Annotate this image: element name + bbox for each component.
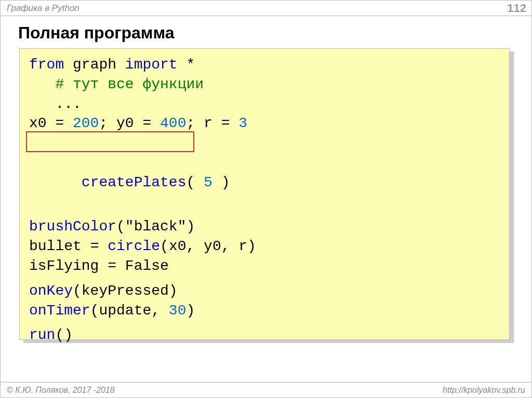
tok-ellipsis: ... xyxy=(29,96,82,112)
tok: = xyxy=(82,238,108,254)
code-block: from graph import * # тут все функции ..… xyxy=(19,48,510,340)
tok: ) xyxy=(212,174,230,190)
code-line: x0 = 200; y0 = 400; r = 3 xyxy=(29,114,502,133)
code-line: ... xyxy=(29,94,502,114)
tok: x0 = xyxy=(29,115,73,131)
code-line: brushColor("black") xyxy=(29,217,502,237)
code-line-highlighted: createPlates( 5 ) xyxy=(29,133,502,212)
fn-createplates: createPlates xyxy=(82,174,187,190)
slide-header: Графика в Python 112 xyxy=(1,1,531,16)
tok: ("black") xyxy=(116,218,195,235)
tok-isflying: isFlying = False xyxy=(29,258,169,274)
tok-graph: graph xyxy=(64,57,125,73)
kw-from: from xyxy=(29,57,64,73)
fn-run: run xyxy=(29,327,55,343)
footer-copyright: © К.Ю. Поляков, 2017 -2018 xyxy=(7,386,115,395)
code-line: isFlying = False xyxy=(29,256,502,276)
code-line: # тут все функции xyxy=(29,75,502,94)
tok-star: * xyxy=(178,57,195,73)
footer-url: http://kpolyakov.spb.ru xyxy=(443,386,525,395)
fn-circle: circle xyxy=(108,238,160,254)
tok: () xyxy=(55,327,73,343)
spacer xyxy=(29,276,502,281)
header-section: Графика в Python xyxy=(7,3,79,13)
num: 5 xyxy=(204,174,212,190)
code-line: onTimer(update, 30) xyxy=(29,301,502,321)
slide-footer: © К.Ю. Поляков, 2017 -2018 http://kpolya… xyxy=(1,382,531,397)
page-number: 112 xyxy=(507,2,526,15)
spacer xyxy=(29,212,502,217)
tok: ) xyxy=(186,303,195,319)
tok: ; r = xyxy=(186,115,238,131)
tok: (update, xyxy=(90,303,169,319)
highlight-box xyxy=(26,131,194,152)
num: 400 xyxy=(160,115,186,131)
code-line: bullet = circle(x0, y0, r) xyxy=(29,237,502,256)
tok: (x0, y0, r) xyxy=(160,238,256,254)
code-line: onKey(keyPressed) xyxy=(29,281,502,301)
num: 30 xyxy=(169,303,187,319)
tok: ( xyxy=(186,174,204,190)
fn-onkey: onKey xyxy=(29,283,73,299)
tok: (keyPressed) xyxy=(73,283,178,299)
tok-bullet: bullet xyxy=(29,238,82,254)
num: 3 xyxy=(238,115,247,131)
code-line: from graph import * xyxy=(29,55,502,75)
comment-funcs: # тут все функции xyxy=(29,76,204,92)
spacer xyxy=(29,320,502,325)
slide: Графика в Python 112 Полная программа fr… xyxy=(0,0,532,398)
code-line: run() xyxy=(29,325,502,345)
kw-import: import xyxy=(125,57,178,73)
tok: ; y0 = xyxy=(99,115,160,131)
slide-title: Полная программа xyxy=(18,23,175,43)
num: 200 xyxy=(73,115,99,131)
fn-ontimer: onTimer xyxy=(29,303,90,319)
fn-brushcolor: brushColor xyxy=(29,218,116,235)
